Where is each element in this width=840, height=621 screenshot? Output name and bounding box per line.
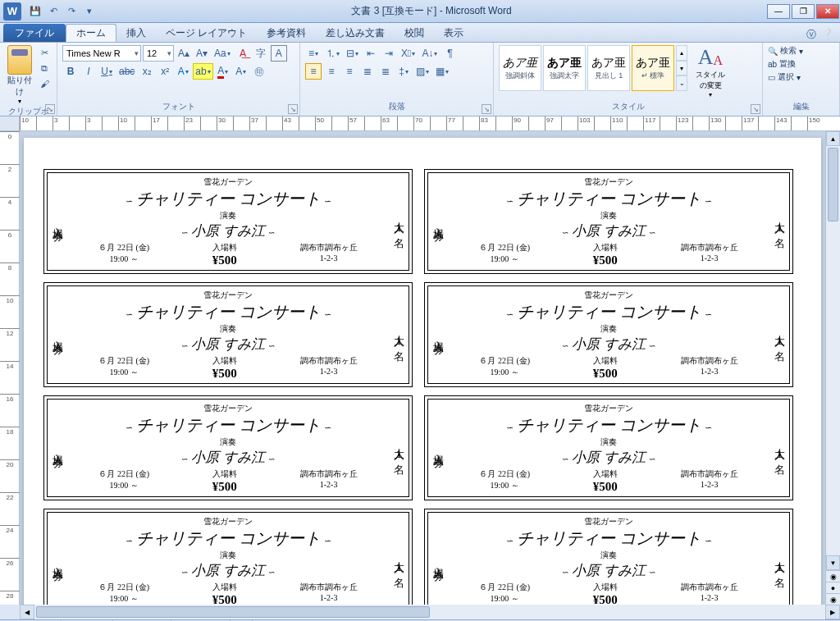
line-spacing-button[interactable]: ‡ [395, 63, 412, 80]
horizontal-scrollbar[interactable]: ◀ ▶ [20, 605, 840, 619]
style-heading1[interactable]: あア亜見出し 1 [587, 45, 630, 91]
shrink-font-button[interactable]: A▾ [194, 45, 210, 62]
justify-button[interactable]: ≣ [359, 63, 376, 80]
style-strong[interactable]: あア亜強調太字 [543, 45, 586, 91]
align-center-button[interactable]: ≡ [323, 63, 340, 80]
font-color-button[interactable]: A [215, 63, 231, 80]
ticket-title: ∽チャリティー コンサート∽ [448, 527, 769, 550]
style-gallery-scroll[interactable]: ▴▾⌄ [676, 45, 687, 91]
font-size-combo[interactable]: 12 [143, 45, 174, 62]
tab-review[interactable]: 校閲 [395, 24, 434, 42]
char-border-button[interactable]: A [271, 45, 287, 62]
format-painter-button[interactable]: 🖌 [37, 76, 52, 91]
copy-button[interactable]: ⧉ [37, 61, 52, 75]
distributed-button[interactable]: ≣ [377, 63, 394, 80]
tab-view[interactable]: 表示 [434, 24, 473, 42]
ticket-subtitle: 演奏 [67, 210, 389, 221]
tab-insert[interactable]: 挿入 [116, 24, 156, 42]
text-effects-button[interactable]: A [175, 63, 191, 80]
asian-layout-button[interactable]: X͛ [399, 45, 418, 62]
paste-button[interactable]: 貼り付け ▾ [5, 45, 34, 105]
underline-button[interactable]: U [98, 63, 115, 80]
scroll-left-button[interactable]: ◀ [20, 605, 34, 619]
paragraph-dialog-launcher[interactable]: ↘ [482, 104, 491, 114]
select-button[interactable]: ▭選択▾ [768, 71, 834, 83]
help-icon[interactable]: ❔ [821, 28, 833, 42]
next-page-button[interactable]: ◉ [826, 593, 840, 605]
increase-indent-button[interactable]: ⇥ [381, 45, 397, 62]
align-right-button[interactable]: ≡ [341, 63, 358, 80]
browse-object-button[interactable]: ● [826, 582, 840, 593]
close-button[interactable]: ✕ [816, 4, 839, 19]
align-left-button[interactable]: ≡ [305, 63, 322, 80]
change-styles-button[interactable]: AA スタイルの変更 ▾ [692, 45, 728, 98]
ruler-horizontal[interactable]: 1033101723303743505763707783909710311011… [0, 116, 840, 131]
number-list-button[interactable]: ⒈ [323, 45, 342, 62]
quick-access-toolbar: 💾 ↶ ↷ ▾ [28, 4, 97, 19]
ruler-vertical[interactable]: 0246810121416182022242628 [0, 131, 20, 605]
decrease-indent-button[interactable]: ⇤ [363, 45, 379, 62]
grow-font-button[interactable]: A▴ [176, 45, 192, 62]
vertical-scrollbar[interactable]: ▲ ▼ ◉ ● ◉ [825, 131, 840, 605]
find-button[interactable]: 🔍検索▾ [768, 45, 834, 57]
ticket-performer: ∽小原 すみ江∽ [67, 448, 389, 467]
change-case-button[interactable]: Aa [212, 45, 233, 62]
show-marks-button[interactable]: ¶ [441, 45, 458, 62]
group-paragraph: ≡ ⒈ ⊟ ⇤ ⇥ X͛ A↓ ¶ ≡ ≡ ≡ ≣ ≣ ‡ ▨ ▦ 段落 ↘ [300, 43, 494, 116]
redo-icon[interactable]: ↷ [64, 4, 79, 19]
strike-button[interactable]: abc [116, 63, 137, 80]
font-name-combo[interactable]: Times New R [62, 45, 141, 62]
styles-dialog-launcher[interactable]: ↘ [751, 104, 760, 114]
ticket-right-stub: 大人１名 [769, 286, 789, 383]
style-emphasis-italic[interactable]: あア亜強調斜体 [499, 45, 541, 91]
sort-button[interactable]: A↓ [419, 45, 440, 62]
save-icon[interactable]: 💾 [28, 4, 43, 19]
italic-button[interactable]: I [80, 63, 97, 80]
word-app-icon[interactable]: W [3, 2, 21, 21]
borders-button[interactable]: ▦ [433, 63, 451, 80]
ticket-right-stub: 大人１名 [389, 173, 409, 270]
subscript-button[interactable]: x₂ [139, 63, 155, 80]
minimize-button[interactable]: — [767, 4, 790, 19]
shading-button[interactable]: ▨ [413, 63, 431, 80]
bold-button[interactable]: B [62, 63, 79, 80]
bullet-list-button[interactable]: ≡ [305, 45, 322, 62]
hscroll-thumb[interactable] [36, 606, 430, 618]
superscript-button[interactable]: x² [157, 63, 173, 80]
char-shade-button[interactable]: A [233, 63, 249, 80]
scroll-thumb[interactable] [828, 148, 838, 221]
tab-references[interactable]: 参考資料 [257, 24, 316, 42]
replace-button[interactable]: ab置換 [768, 58, 834, 70]
ticket: 入場券 雪花ガーデン ∽チャリティー コンサート∽ 演奏 ∽小原 すみ江∽ ６月… [43, 509, 413, 605]
font-dialog-launcher[interactable]: ↘ [288, 104, 298, 114]
tab-file[interactable]: ファイル [3, 24, 66, 42]
prev-page-button[interactable]: ◉ [826, 570, 840, 582]
clear-format-button[interactable]: A͟ [235, 45, 251, 62]
maximize-button[interactable]: ❐ [792, 4, 815, 19]
qat-customize-icon[interactable]: ▾ [82, 4, 97, 19]
ticket: 入場券 雪花ガーデン ∽チャリティー コンサート∽ 演奏 ∽小原 すみ江∽ ６月… [43, 169, 413, 274]
minimize-ribbon-icon[interactable]: ⓥ [806, 28, 816, 42]
scroll-down-button[interactable]: ▼ [826, 555, 840, 570]
scroll-right-button[interactable]: ▶ [825, 605, 840, 619]
scroll-up-button[interactable]: ▲ [826, 131, 840, 146]
highlight-button[interactable]: ab [193, 63, 212, 80]
ticket-location: 調布市調布ヶ丘1-2-3 [681, 468, 738, 494]
clipboard-dialog-launcher[interactable]: ↘ [45, 104, 55, 114]
tab-mailings[interactable]: 差し込み文書 [316, 24, 395, 42]
ticket-location: 調布市調布ヶ丘1-2-3 [300, 242, 358, 267]
ticket-title: ∽チャリティー コンサート∽ [448, 301, 769, 323]
ticket-fee: 入場料¥500 [593, 355, 618, 381]
style-normal[interactable]: あア亜↵ 標準 [632, 45, 674, 91]
cut-button[interactable]: ✂ [37, 45, 52, 60]
ticket: 入場券 雪花ガーデン ∽チャリティー コンサート∽ 演奏 ∽小原 すみ江∽ ６月… [424, 509, 793, 605]
ticket-performer: ∽小原 すみ江∽ [67, 561, 389, 580]
document-scroll[interactable]: 入場券 雪花ガーデン ∽チャリティー コンサート∽ 演奏 ∽小原 すみ江∽ ６月… [20, 131, 825, 605]
tab-home[interactable]: ホーム [66, 24, 116, 42]
multilevel-list-button[interactable]: ⊟ [344, 45, 361, 62]
ticket-performer: ∽小原 すみ江∽ [448, 335, 769, 354]
undo-icon[interactable]: ↶ [46, 4, 61, 19]
phonetic-guide-button[interactable]: 字 [253, 45, 269, 62]
enclose-char-button[interactable]: ㊞ [251, 63, 267, 80]
tab-page-layout[interactable]: ページ レイアウト [156, 24, 257, 42]
